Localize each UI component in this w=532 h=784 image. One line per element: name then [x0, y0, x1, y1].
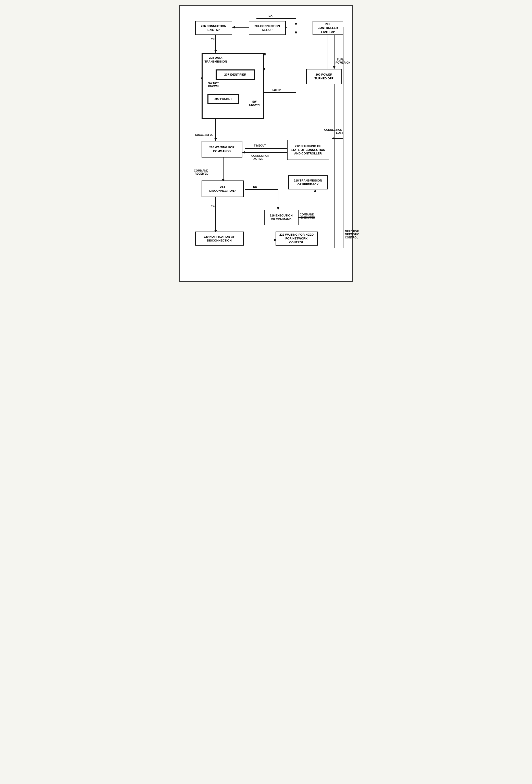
svg-text:B: B	[264, 53, 266, 56]
svg-text:YES: YES	[211, 204, 216, 207]
box-200: 200 POWERTURNED OFF	[306, 69, 342, 84]
box-209: 209 PACKET	[207, 94, 239, 104]
box-220: 220 NOTIFICATION OFDISCONNECTION	[195, 231, 244, 246]
svg-text:TURN: TURN	[337, 58, 344, 61]
svg-text:CONTROL: CONTROL	[345, 236, 358, 239]
svg-text:FAILED: FAILED	[272, 89, 282, 92]
svg-marker-70	[333, 66, 335, 69]
svg-text:COMMAND: COMMAND	[194, 169, 208, 172]
svg-marker-31	[277, 207, 279, 210]
label-sw-known: SWKNOWN	[245, 100, 264, 106]
svg-marker-22	[242, 151, 245, 153]
svg-text:EXECUTED: EXECUTED	[301, 216, 315, 219]
box-210: 210 WAITING FORCOMMANDS	[202, 141, 242, 158]
box-216: 216 EXECUTIONOF COMMAND	[264, 210, 298, 225]
svg-text:COMMAND: COMMAND	[300, 213, 314, 216]
box-206: 206 CONNECTIONEXISTS?	[195, 21, 232, 35]
box-218: 218 TRANSMISSIONOF FEEDBACK	[288, 175, 328, 190]
label-sw-not-known: SW NOTKNOWN	[203, 82, 224, 88]
svg-text:CONNECTION: CONNECTION	[324, 128, 342, 131]
svg-marker-7	[232, 26, 235, 28]
svg-text:YES: YES	[211, 37, 216, 40]
svg-marker-38	[314, 190, 316, 192]
svg-marker-9	[214, 50, 217, 53]
svg-text:NETWORK: NETWORK	[345, 233, 359, 236]
svg-text:LOST: LOST	[336, 131, 344, 134]
box-204: 204 CONNECTIONSET-UP	[249, 21, 286, 35]
flowchart: NO YES SUCCESSFUL TIMEOUT	[190, 13, 342, 274]
box-222: 222 WAITING FOR NEEDFOR NETWORK CONTROL	[275, 231, 318, 246]
box-202: 202 CONTROLLERSTART-UP	[313, 21, 343, 35]
svg-text:ACTIVE: ACTIVE	[254, 157, 263, 160]
svg-marker-59	[295, 31, 297, 33]
svg-marker-16	[214, 138, 217, 141]
diagram-container: NO YES SUCCESSFUL TIMEOUT	[179, 5, 353, 282]
box-212: 212 CHECKING OFSTATE OF CONNECTIONAND CO…	[287, 140, 329, 160]
svg-marker-4	[295, 23, 297, 26]
svg-text:NO: NO	[268, 15, 272, 18]
svg-text:NEED FOR: NEED FOR	[345, 230, 359, 233]
box-207: 207 IDENTIFIER	[216, 69, 255, 80]
svg-text:RECEIVED: RECEIVED	[195, 172, 208, 175]
svg-text:CONNECTION: CONNECTION	[251, 154, 269, 157]
svg-text:TIMEOUT: TIMEOUT	[254, 144, 266, 147]
svg-text:POWER ON: POWER ON	[335, 61, 350, 64]
svg-text:NO: NO	[253, 185, 257, 188]
svg-text:SUCCESSFUL: SUCCESSFUL	[195, 133, 213, 136]
box-214: 214DISCONNECTION?	[202, 180, 244, 197]
svg-marker-51	[332, 137, 334, 139]
